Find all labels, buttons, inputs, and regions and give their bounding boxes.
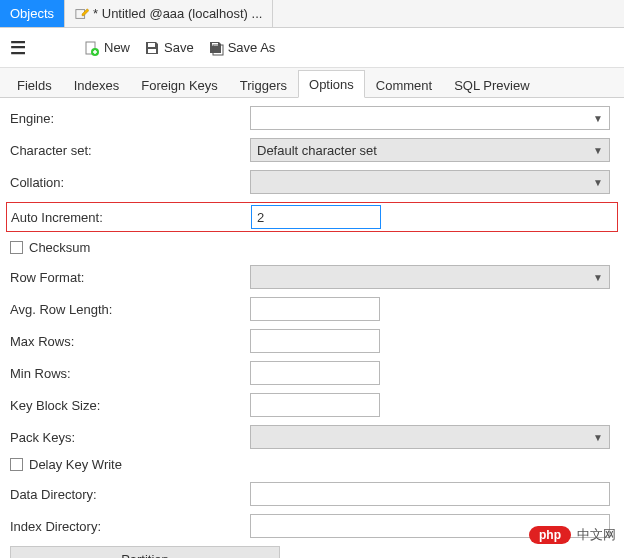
row-delay-key-write: Delay Key Write (10, 457, 614, 472)
label-charset: Character set: (10, 143, 250, 158)
tab-fields[interactable]: Fields (6, 71, 63, 98)
label-auto-increment: Auto Increment: (11, 210, 251, 225)
delay-key-write-checkbox[interactable] (10, 458, 23, 471)
tab-indexes[interactable]: Indexes (63, 71, 131, 98)
tab-objects-label: Objects (10, 6, 54, 21)
chevron-down-icon: ▼ (593, 272, 603, 283)
row-charset: Character set: Default character set ▼ (10, 138, 614, 162)
label-key-block-size: Key Block Size: (10, 398, 250, 413)
auto-increment-input[interactable]: 2 (251, 205, 381, 229)
php-pill: php (529, 526, 571, 544)
window-tabs: Objects * Untitled @aaa (localhost) ... (0, 0, 624, 28)
row-format-select[interactable]: ▼ (250, 265, 610, 289)
row-min-rows: Min Rows: (10, 361, 614, 385)
label-collation: Collation: (10, 175, 250, 190)
save-label: Save (164, 40, 194, 55)
label-data-directory: Data Directory: (10, 487, 250, 502)
watermark: php 中文网 (529, 526, 616, 544)
label-avg-row-length: Avg. Row Length: (10, 302, 250, 317)
tab-sql-preview[interactable]: SQL Preview (443, 71, 540, 98)
partition-label: Partition (121, 552, 169, 559)
watermark-text: 中文网 (577, 526, 616, 544)
charset-value: Default character set (257, 143, 377, 158)
key-block-size-input[interactable] (250, 393, 380, 417)
tab-triggers[interactable]: Triggers (229, 71, 298, 98)
chevron-down-icon: ▼ (593, 145, 603, 156)
row-collation: Collation: ▼ (10, 170, 614, 194)
options-form: Engine: ▼ Character set: Default charact… (0, 98, 624, 558)
collation-select[interactable]: ▼ (250, 170, 610, 194)
pack-keys-select[interactable]: ▼ (250, 425, 610, 449)
save-button[interactable]: Save (144, 40, 194, 56)
svg-rect-4 (148, 49, 156, 53)
menu-icon[interactable]: ☰ (10, 37, 26, 59)
svg-rect-3 (148, 43, 155, 47)
label-pack-keys: Pack Keys: (10, 430, 250, 445)
max-rows-input[interactable] (250, 329, 380, 353)
toolbar: ☰ New Save Save As (0, 28, 624, 68)
new-label: New (104, 40, 130, 55)
chevron-down-icon: ▼ (593, 432, 603, 443)
chevron-down-icon: ▼ (593, 113, 603, 124)
chevron-down-icon: ▼ (593, 177, 603, 188)
label-row-format: Row Format: (10, 270, 250, 285)
label-delay-key-write: Delay Key Write (29, 457, 122, 472)
save-as-button[interactable]: Save As (208, 40, 276, 56)
label-max-rows: Max Rows: (10, 334, 250, 349)
label-engine: Engine: (10, 111, 250, 126)
new-icon (84, 40, 100, 56)
partition-button[interactable]: Partition (10, 546, 280, 558)
avg-row-length-input[interactable] (250, 297, 380, 321)
new-button[interactable]: New (84, 40, 130, 56)
label-min-rows: Min Rows: (10, 366, 250, 381)
row-avg-row-length: Avg. Row Length: (10, 297, 614, 321)
auto-increment-value: 2 (257, 210, 264, 225)
table-designer-tabs: Fields Indexes Foreign Keys Triggers Opt… (0, 68, 624, 98)
row-max-rows: Max Rows: (10, 329, 614, 353)
engine-select[interactable]: ▼ (250, 106, 610, 130)
row-data-directory: Data Directory: (10, 482, 614, 506)
tab-options[interactable]: Options (298, 70, 365, 98)
save-as-label: Save As (228, 40, 276, 55)
row-checksum: Checksum (10, 240, 614, 255)
save-as-icon (208, 40, 224, 56)
data-directory-input[interactable] (250, 482, 610, 506)
tab-untitled-label: * Untitled @aaa (localhost) ... (93, 6, 262, 21)
tab-comment[interactable]: Comment (365, 71, 443, 98)
tab-foreign-keys[interactable]: Foreign Keys (130, 71, 229, 98)
label-index-directory: Index Directory: (10, 519, 250, 534)
tab-untitled[interactable]: * Untitled @aaa (localhost) ... (65, 0, 273, 27)
row-key-block-size: Key Block Size: (10, 393, 614, 417)
min-rows-input[interactable] (250, 361, 380, 385)
label-checksum: Checksum (29, 240, 90, 255)
highlight-auto-increment: Auto Increment: 2 (6, 202, 618, 232)
charset-select[interactable]: Default character set ▼ (250, 138, 610, 162)
table-edit-icon (75, 7, 89, 21)
tab-objects[interactable]: Objects (0, 0, 65, 27)
checksum-checkbox[interactable] (10, 241, 23, 254)
row-pack-keys: Pack Keys: ▼ (10, 425, 614, 449)
row-engine: Engine: ▼ (10, 106, 614, 130)
save-icon (144, 40, 160, 56)
row-index-directory: Index Directory: (10, 514, 614, 538)
row-row-format: Row Format: ▼ (10, 265, 614, 289)
